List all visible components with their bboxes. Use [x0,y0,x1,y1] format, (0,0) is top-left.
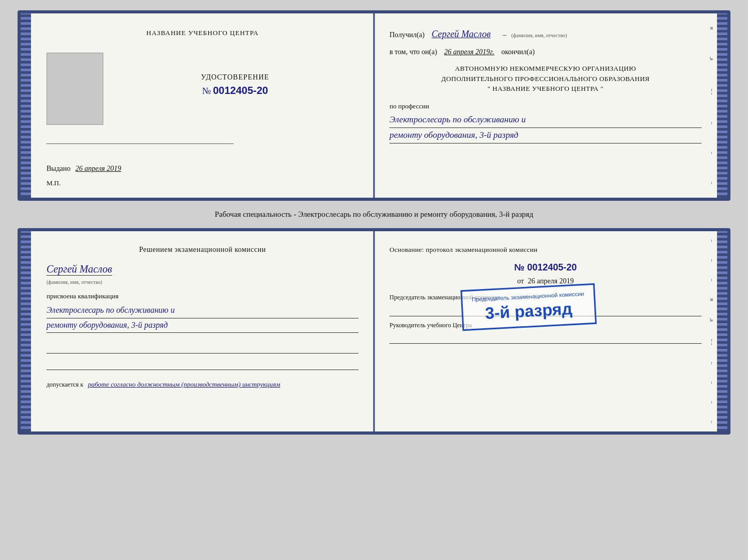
cert2-right-strip [717,231,727,431]
cert2-date-prefix: от [517,277,524,285]
specialty-description: Рабочая специальность - Электрослесарь п… [210,209,539,220]
cert1-fio-hint: (фамилия, имя, отчество) [511,33,567,38]
photo-placeholder [46,53,103,125]
cert2-stamp: Председатель экзаменационной комиссии 3-… [460,283,596,331]
cert2-sig-line-1 [46,343,359,354]
certificate-card-2: Решением экзаменационной комиссии Сергей… [18,228,730,435]
cert1-org-line1: АВТОНОМНУЮ НЕКОММЕРЧЕСКУЮ ОРГАНИЗАЦИЮ [389,63,702,74]
cert1-mp-label: М.П. [46,179,359,187]
cert2-allowed-value: работе согласно должностным (производств… [88,380,280,388]
cert2-stamp-main-text: 3-й разряд [485,300,572,323]
cert1-org-line2: ДОПОЛНИТЕЛЬНОГО ПРОФЕССИОНАЛЬНОГО ОБРАЗО… [389,74,702,84]
cert2-person-name-wrapper: Сергей Маслов (фамилия, имя, отчество) [46,263,359,286]
cert1-date-completed-row: в том, что он(а) 26 апреля 2019г. окончи… [389,48,702,56]
cert1-poluchil-label: Получил(а) [389,31,425,39]
cert2-right-indicators: – – – и ,а ←- – – – – [708,231,716,431]
cert2-date-value: 26 апреля 2019 [528,277,574,285]
cert2-basis-label: Основание: протокол экзаменационной коми… [389,246,702,254]
cert1-center-title: НАЗВАНИЕ УЧЕБНОГО ЦЕНТРА [46,29,359,37]
cert2-person-name: Сергей Маслов [46,263,112,276]
cert2-number-prefix: № [514,262,524,273]
cert1-date-completed: 26 апреля 2019г. [444,48,494,56]
cert2-number-value: 0012405-20 [527,262,577,273]
cert2-sig-lines [46,343,359,370]
cert2-fio-hint: (фамилия, имя, отчество) [46,279,102,285]
cert2-assigned-label: присвоена квалификация [46,292,359,300]
left-decorative-strip [21,13,31,198]
cert1-number-prefix: № [202,86,211,96]
cert1-left-panel: НАЗВАНИЕ УЧЕБНОГО ЦЕНТРА УДОСТОВЕРЕНИЕ №… [31,13,374,198]
right-decorative-strip [717,13,727,198]
cert2-sig-line-2 [46,360,359,370]
cert1-number-value: 0012405-20 [213,85,268,96]
cert1-okonchil-label: окончил(а) [501,48,535,56]
cert1-number-section: УДОСТОВЕРЕНИЕ № 0012405-20 [112,73,359,97]
cert1-vtom-label: в том, что он(а) [389,48,437,56]
cert1-vydano-date: 26 апреля 2019 [75,165,121,172]
cert1-right-panel: Получил(а) Сергей Маслов – (фамилия, имя… [374,13,717,198]
cert1-recipient-name: Сергей Маслов [431,29,490,39]
cert1-recipient-row: Получил(а) Сергей Маслов – (фамилия, имя… [389,29,702,40]
cert1-udostoverenie-label: УДОСТОВЕРЕНИЕ [112,73,359,82]
cert2-qual-line1: Электрослесарь по обслуживанию и [46,303,359,318]
cert1-org-name: АВТОНОМНУЮ НЕКОММЕРЧЕСКУЮ ОРГАНИЗАЦИЮ ДО… [389,63,702,94]
cert1-profession-line2: ремонту оборудования, 3-й разряд [389,128,702,143]
cert2-right-panel: Основание: протокол экзаменационной коми… [374,231,717,431]
cert2-allowed-label: допускается к работе согласно должностны… [46,380,359,389]
cert2-head-sig-line [389,331,702,344]
cert2-allowed-prefix: допускается к [46,381,83,388]
cert1-po-professii-label: по профессии [389,102,702,110]
cert1-org-line3: " НАЗВАНИЕ УЧЕБНОГО ЦЕНТРА " [389,84,702,94]
page-wrapper: НАЗВАНИЕ УЧЕБНОГО ЦЕНТРА УДОСТОВЕРЕНИЕ №… [10,10,738,435]
cert2-left-panel: Решением экзаменационной комиссии Сергей… [31,231,374,431]
cert1-date-row: Выдано 26 апреля 2019 [46,165,359,173]
cert2-left-strip [21,231,31,431]
cert2-protocol-number: № 0012405-20 [389,262,702,273]
cert1-right-indicators: и ,а ←- – – – [708,13,716,198]
cert1-profession-line1: Электрослесарь по обслуживанию и [389,113,702,128]
cert2-protocol-date: от 26 апреля 2019 [389,277,702,285]
cert2-commission-title: Решением экзаменационной комиссии [46,246,359,254]
cert1-vydano-label: Выдано [46,165,71,172]
certificate-card-1: НАЗВАНИЕ УЧЕБНОГО ЦЕНТРА УДОСТОВЕРЕНИЕ №… [18,10,730,201]
cert2-qual-line2: ремонту оборудования, 3-й разряд [46,318,359,333]
